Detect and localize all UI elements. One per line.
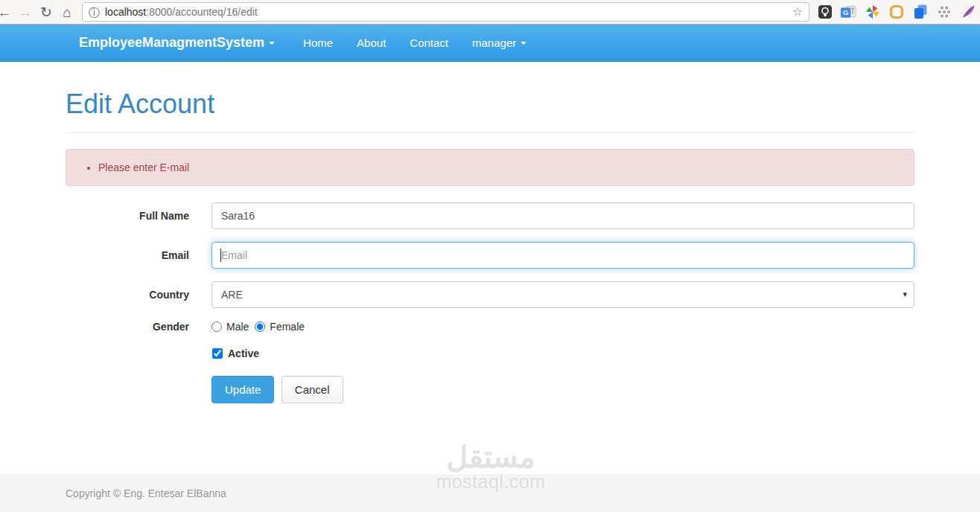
navbar-brand[interactable]: EmployeeManagmentSystem: [79, 35, 275, 51]
page-content: Edit Account Please enter E-mail Full Na…: [0, 62, 980, 474]
nav-item-label: manager: [472, 36, 516, 49]
validation-alert: Please enter E-mail: [66, 149, 914, 186]
buttons-row: Update Cancel: [66, 376, 914, 403]
forward-icon[interactable]: →: [15, 1, 36, 22]
email-field[interactable]: [211, 242, 914, 269]
gender-male-label: Male: [226, 321, 249, 333]
page-info-icon[interactable]: ⓘ: [89, 7, 100, 18]
address-bar[interactable]: ⓘ localhost:8000/accounteq/16/edit ☆: [82, 2, 809, 22]
nav-item-manager-dropdown[interactable]: manager: [460, 36, 538, 49]
back-icon[interactable]: ←: [0, 1, 15, 22]
page-footer: Copyright © Eng. Entesar ElBanna: [0, 474, 980, 512]
update-button[interactable]: Update: [211, 376, 274, 403]
gender-row: Gender Male Female: [66, 321, 914, 333]
title-divider: [66, 132, 914, 133]
country-select[interactable]: ARE: [211, 281, 914, 308]
gender-radio-male[interactable]: [211, 321, 222, 332]
text-cursor: [220, 249, 221, 262]
gender-label: Gender: [66, 321, 211, 333]
home-icon[interactable]: ⌂: [57, 1, 77, 22]
blue-docs-extension-icon[interactable]: [912, 4, 928, 20]
app-navbar: EmployeeManagmentSystem Home About Conta…: [0, 25, 980, 62]
refresh-icon[interactable]: ↻: [36, 1, 57, 22]
nav-item-about[interactable]: About: [345, 36, 398, 49]
navbar-brand-label: EmployeeManagmentSystem: [79, 35, 264, 51]
active-label: Active: [228, 348, 259, 359]
country-row: Country ARE ▾: [66, 281, 914, 308]
lightbulb-extension-icon[interactable]: [817, 4, 833, 20]
validation-message: Please enter E-mail: [98, 161, 903, 173]
country-label: Country: [66, 289, 211, 301]
bookmark-star-icon[interactable]: ☆: [792, 6, 803, 18]
nav-item-label: Contact: [410, 36, 448, 49]
nav-item-home[interactable]: Home: [291, 36, 345, 49]
chevron-down-icon: [269, 42, 275, 45]
url-host: localhost: [105, 6, 146, 18]
full-name-row: Full Name: [66, 202, 914, 229]
browser-chrome: ← → ↻ ⌂ ⓘ localhost:8000/accounteq/16/ed…: [0, 0, 980, 25]
full-name-label: Full Name: [66, 210, 211, 222]
active-row: Active: [66, 348, 914, 359]
orange-square-extension-icon[interactable]: [888, 4, 904, 20]
nav-item-contact[interactable]: Contact: [398, 36, 460, 49]
url-path: :8000/accounteq/16/edit: [146, 6, 257, 18]
full-name-field[interactable]: [211, 202, 914, 229]
page-title: Edit Account: [66, 89, 914, 120]
email-label: Email: [66, 249, 211, 261]
chevron-down-icon: [521, 42, 526, 45]
gender-radio-female[interactable]: [255, 321, 265, 332]
translate-extension-icon[interactable]: G: [841, 4, 856, 20]
nav-item-label: About: [357, 36, 386, 49]
feather-extension-icon[interactable]: [960, 4, 976, 20]
edit-account-form: Full Name Email Country ARE ▾: [66, 202, 914, 403]
nav-item-label: Home: [303, 36, 333, 49]
svg-text:G: G: [843, 8, 848, 16]
browser-window: { "browser": { "url": { "host": "localho…: [0, 0, 980, 512]
gender-female-label: Female: [270, 321, 305, 333]
url-text[interactable]: localhost:8000/accounteq/16/edit: [105, 6, 792, 18]
email-row: Email: [66, 242, 914, 269]
active-checkbox[interactable]: [212, 348, 223, 359]
extension-icons: G: [817, 4, 976, 20]
copyright-text: Copyright © Eng. Entesar ElBanna: [66, 487, 226, 499]
cancel-button[interactable]: Cancel: [281, 376, 343, 403]
dots-grid-extension-icon[interactable]: [936, 4, 952, 20]
pinwheel-extension-icon[interactable]: [865, 4, 880, 20]
